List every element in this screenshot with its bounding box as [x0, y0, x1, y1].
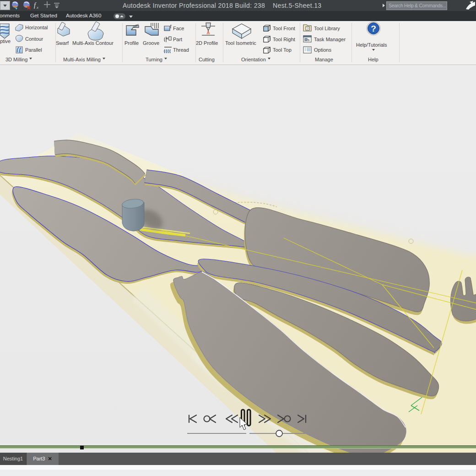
svg-text:x: x	[36, 5, 38, 10]
svg-text:?: ?	[371, 24, 376, 33]
svg-text:?: ?	[307, 27, 308, 30]
